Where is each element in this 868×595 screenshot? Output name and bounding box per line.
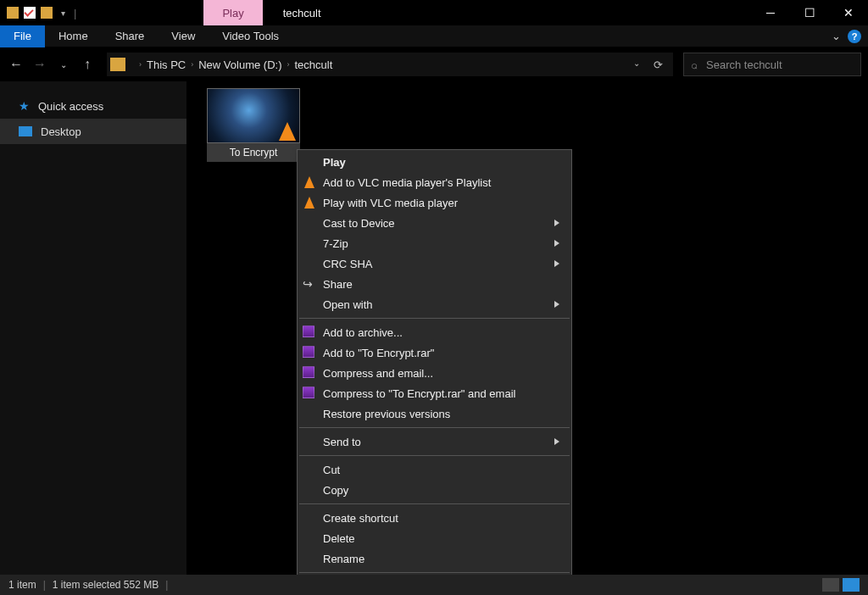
ctx-add-rar[interactable]: Add to "To Encrypt.rar" <box>298 342 571 363</box>
ctx-play-vlc[interactable]: Play with VLC media player <box>298 192 571 213</box>
ctx-crc-sha[interactable]: CRC SHA <box>298 253 571 274</box>
search-placeholder: Search techcult <box>706 58 782 71</box>
archive-icon <box>303 346 316 359</box>
ctx-open-with[interactable]: Open with <box>298 294 571 314</box>
maximize-button[interactable]: ☐ <box>790 0 829 25</box>
separator <box>299 572 570 573</box>
breadcrumb-segment[interactable]: New Volume (D:) <box>198 58 281 71</box>
sidebar-item-label: Desktop <box>41 125 81 138</box>
video-tools-tab[interactable]: Video Tools <box>209 25 292 47</box>
archive-icon <box>303 366 316 380</box>
vlc-icon <box>279 122 296 141</box>
ctx-delete[interactable]: Delete <box>298 528 571 548</box>
home-tab[interactable]: Home <box>45 25 102 47</box>
context-menu: Play Add to VLC media player's Playlist … <box>297 149 572 595</box>
sidebar-desktop[interactable]: Desktop <box>0 119 186 144</box>
forward-button[interactable]: → <box>31 55 49 74</box>
separator: | <box>74 7 76 19</box>
ctx-share[interactable]: ↪ Share <box>298 274 571 294</box>
folder-icon[interactable] <box>41 7 53 19</box>
ctx-compress-email[interactable]: Compress and email... <box>298 363 571 383</box>
breadcrumb-segment[interactable]: techcult <box>294 58 332 71</box>
ctx-play[interactable]: Play <box>298 152 571 172</box>
chevron-right-icon[interactable]: › <box>139 60 142 69</box>
file-item[interactable]: To Encrypt <box>207 88 300 162</box>
close-button[interactable]: ✕ <box>829 0 868 25</box>
window-controls: ─ ☐ ✕ <box>751 0 868 25</box>
ctx-add-archive[interactable]: Add to archive... <box>298 322 571 342</box>
play-contextual-tab[interactable]: Play <box>203 0 262 25</box>
checkbox-icon[interactable] <box>24 7 36 19</box>
separator <box>299 427 570 428</box>
ctx-restore-previous[interactable]: Restore previous versions <box>298 403 571 424</box>
ctx-send-to[interactable]: Send to <box>298 431 571 452</box>
ctx-rename[interactable]: Rename <box>298 548 571 569</box>
ctx-7zip[interactable]: 7-Zip <box>298 233 571 253</box>
ctx-add-vlc-playlist[interactable]: Add to VLC media player's Playlist <box>298 172 571 192</box>
details-view-button[interactable] <box>822 578 839 592</box>
status-selected: 1 item selected 552 MB <box>53 579 159 591</box>
refresh-icon[interactable]: ⟳ <box>654 58 663 71</box>
thumbnails-view-button[interactable] <box>843 578 860 592</box>
breadcrumb-segment[interactable]: This PC <box>147 58 186 71</box>
archive-icon <box>303 386 316 400</box>
video-thumbnail <box>207 88 300 143</box>
sidebar-quick-access[interactable]: ★ Quick access <box>0 93 186 119</box>
file-tab[interactable]: File <box>0 25 45 47</box>
help-icon[interactable]: ? <box>848 30 861 43</box>
separator <box>299 455 570 456</box>
status-item-count: 1 item <box>8 579 36 591</box>
separator: | <box>43 579 46 591</box>
ctx-create-shortcut[interactable]: Create shortcut <box>298 508 571 528</box>
ribbon-collapse-icon[interactable]: ⌄ <box>832 30 841 42</box>
navigation-pane: ★ Quick access Desktop <box>0 81 186 575</box>
folder-icon[interactable] <box>7 7 19 19</box>
separator <box>299 503 570 504</box>
sidebar-item-label: Quick access <box>38 100 103 113</box>
search-icon: ⌕ <box>691 58 698 71</box>
ctx-copy[interactable]: Copy <box>298 480 571 500</box>
separator: | <box>165 579 168 591</box>
file-name-label: To Encrypt <box>207 143 300 162</box>
star-icon: ★ <box>19 99 30 113</box>
share-tab[interactable]: Share <box>102 25 159 47</box>
folder-icon <box>110 58 125 71</box>
ctx-cut[interactable]: Cut <box>298 459 571 480</box>
window-title: techcult <box>283 7 321 19</box>
quick-access-toolbar: ▾ | <box>7 7 76 19</box>
back-button[interactable]: ← <box>7 55 25 74</box>
title-bar: ▾ | Play techcult ─ ☐ ✕ <box>0 0 868 25</box>
address-dropdown-icon[interactable]: ⌄ <box>633 58 640 71</box>
minimize-button[interactable]: ─ <box>751 0 790 25</box>
recent-dropdown-icon[interactable]: ⌄ <box>54 55 73 74</box>
vlc-icon <box>303 175 316 189</box>
navigation-row: ← → ⌄ ↑ › This PC › New Volume (D:) › te… <box>0 47 868 81</box>
view-tab[interactable]: View <box>158 25 209 47</box>
separator <box>299 318 570 319</box>
ctx-compress-rar-email[interactable]: Compress to "To Encrypt.rar" and email <box>298 383 571 403</box>
status-bar: 1 item | 1 item selected 552 MB | <box>0 575 868 595</box>
desktop-icon <box>19 126 32 136</box>
ribbon-tabs: File Home Share View Video Tools ⌄ ? <box>0 25 868 47</box>
search-input[interactable]: ⌕ Search techcult <box>683 53 861 76</box>
chevron-right-icon[interactable]: › <box>191 60 193 69</box>
address-bar[interactable]: › This PC › New Volume (D:) › techcult ⌄… <box>107 53 673 76</box>
qa-dropdown-icon[interactable]: ▾ <box>61 8 65 18</box>
up-button[interactable]: ↑ <box>78 55 97 74</box>
share-icon: ↪ <box>303 277 316 291</box>
ctx-cast[interactable]: Cast to Device <box>298 213 571 233</box>
archive-icon <box>303 325 316 339</box>
vlc-icon <box>303 196 316 209</box>
view-toggle <box>822 578 860 592</box>
chevron-right-icon[interactable]: › <box>287 60 289 69</box>
